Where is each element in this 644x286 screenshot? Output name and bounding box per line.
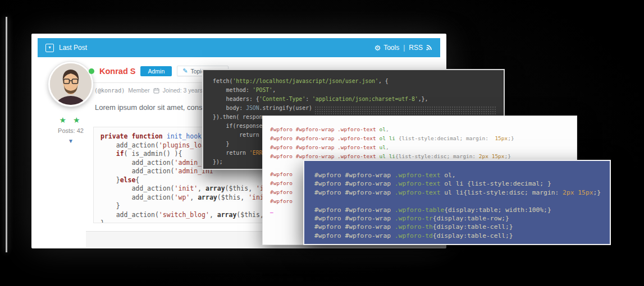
header-separator: | xyxy=(403,44,405,52)
code-line: method: 'POST', xyxy=(213,86,504,95)
code-line: fetch('http://localhost/javascript/json/… xyxy=(213,77,504,86)
code-line: #wpforo #wpforo-wrap .wpforo-text ol, xyxy=(314,171,610,179)
rating-stars: ★ ★ xyxy=(33,116,109,124)
avatar[interactable] xyxy=(48,62,93,107)
pen-icon: ✎ xyxy=(182,67,188,75)
background-glow-line xyxy=(6,17,7,252)
code-line: #wpforo #wpforo-wrap .wpforo-text ol li … xyxy=(314,179,610,188)
code-line: #wpforo #wpforo-wrap .wpforo-table{displ… xyxy=(314,206,610,214)
member-label: Member xyxy=(128,87,150,94)
code-line: body: JSON.stringify(user) xyxy=(213,104,504,113)
code-line: #wpforo #wpforo-wrap .wpforo-text ul, xyxy=(270,143,577,152)
author-name[interactable]: Konrad S xyxy=(99,67,135,76)
forum-header-bar: ▾ Last Post ⚙ Tools | RSS xyxy=(38,38,440,57)
gear-icon: ⚙ xyxy=(374,44,381,52)
rss-icon xyxy=(426,44,432,51)
last-post-icon: ▾ xyxy=(45,44,54,52)
code-line: #wpforo #wpforo-wrap .wpforo-text ul li{… xyxy=(314,188,610,197)
admin-badge: Admin xyxy=(140,66,172,76)
tools-button[interactable]: ⚙ Tools xyxy=(374,44,400,52)
rss-label: RSS xyxy=(409,44,423,52)
code-line: #wpforo #wpforo-wrap .wpforo-text ol li … xyxy=(270,134,577,143)
css-code-window-dark: #wpforo #wpforo-wrap .wpforo-text ol,#wp… xyxy=(303,160,611,245)
calendar-icon xyxy=(153,87,159,94)
tools-label: Tools xyxy=(383,44,399,52)
rss-button[interactable]: RSS xyxy=(409,44,432,52)
online-status-dot xyxy=(89,68,94,74)
post-meta-row: (@konrad) Member Joined: 3 years ago xyxy=(94,87,214,94)
code-line xyxy=(314,197,610,205)
code-line: #wpforo #wpforo-wrap .wpforo-th{display:… xyxy=(314,223,610,231)
author-nickname: (@konrad) xyxy=(94,87,125,94)
code-line: headers: {'Content-Type': 'application/j… xyxy=(213,95,504,104)
code-line: #wpforo #wpforo-wrap .wpforo-text ol, xyxy=(270,125,577,134)
post-body-text: Lorem ipsum dolor sit amet, consect xyxy=(95,103,212,112)
forum-header-title: Last Post xyxy=(59,44,87,52)
page-background: { "topbar": { "title": "Last Post", "too… xyxy=(0,0,644,286)
user-portrait-image xyxy=(50,63,92,105)
code-line: #wpforo #wpforo-wrap .wpforo-td{display:… xyxy=(314,232,610,240)
code-line: #wpforo #wpforo-wrap .wpforo-tr{display:… xyxy=(314,214,610,223)
